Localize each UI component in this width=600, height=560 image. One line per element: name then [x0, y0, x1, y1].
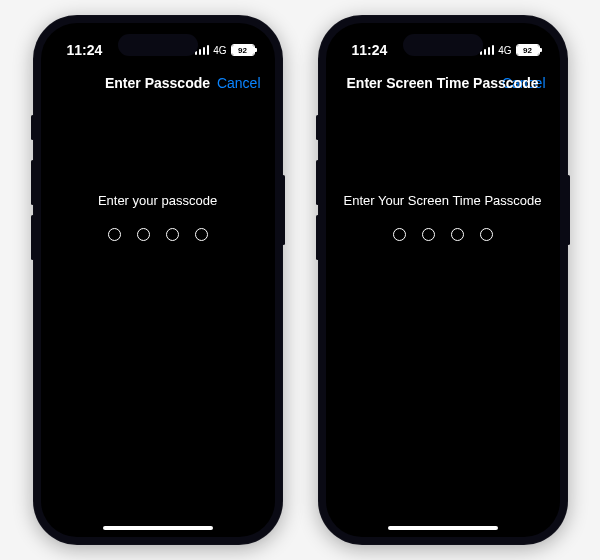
battery-icon: 92 — [516, 44, 540, 56]
status-right: 4G 92 — [480, 44, 540, 56]
battery-icon: 92 — [231, 44, 255, 56]
passcode-dot — [422, 228, 435, 241]
volume-down-button — [316, 215, 319, 260]
volume-up-button — [316, 160, 319, 205]
home-indicator[interactable] — [388, 526, 498, 530]
power-button — [282, 175, 285, 245]
phone-mockup-right: 11:24 4G 92 Enter Screen Time Passcode C… — [318, 15, 568, 545]
battery-percent: 92 — [232, 45, 254, 55]
power-button — [567, 175, 570, 245]
network-label: 4G — [498, 45, 511, 56]
passcode-dot — [480, 228, 493, 241]
nav-bar: Enter Passcode Cancel — [41, 63, 275, 103]
home-indicator[interactable] — [103, 526, 213, 530]
passcode-dots[interactable] — [326, 228, 560, 241]
nav-title: Enter Passcode — [105, 75, 210, 91]
status-time: 11:24 — [67, 42, 103, 58]
passcode-prompt: Enter your passcode — [41, 193, 275, 208]
status-time: 11:24 — [352, 42, 388, 58]
volume-up-button — [31, 160, 34, 205]
battery-percent: 92 — [517, 45, 539, 55]
silent-switch — [316, 115, 319, 140]
dynamic-island — [403, 34, 483, 56]
nav-bar: Enter Screen Time Passcode Cancel — [326, 63, 560, 103]
phone-mockup-left: 11:24 4G 92 Enter Passcode Cancel Enter … — [33, 15, 283, 545]
phone-screen: 11:24 4G 92 Enter Screen Time Passcode C… — [326, 23, 560, 537]
passcode-prompt: Enter Your Screen Time Passcode — [326, 193, 560, 208]
network-label: 4G — [213, 45, 226, 56]
passcode-dot — [137, 228, 150, 241]
silent-switch — [31, 115, 34, 140]
nav-title: Enter Screen Time Passcode — [347, 75, 539, 91]
passcode-content: Enter Your Screen Time Passcode — [326, 103, 560, 241]
volume-down-button — [31, 215, 34, 260]
status-right: 4G 92 — [195, 44, 255, 56]
dynamic-island — [118, 34, 198, 56]
passcode-content: Enter your passcode — [41, 103, 275, 241]
passcode-dot — [393, 228, 406, 241]
passcode-dot — [451, 228, 464, 241]
passcode-dot — [195, 228, 208, 241]
cancel-button[interactable]: Cancel — [217, 75, 261, 91]
phone-screen: 11:24 4G 92 Enter Passcode Cancel Enter … — [41, 23, 275, 537]
passcode-dots[interactable] — [41, 228, 275, 241]
passcode-dot — [166, 228, 179, 241]
passcode-dot — [108, 228, 121, 241]
